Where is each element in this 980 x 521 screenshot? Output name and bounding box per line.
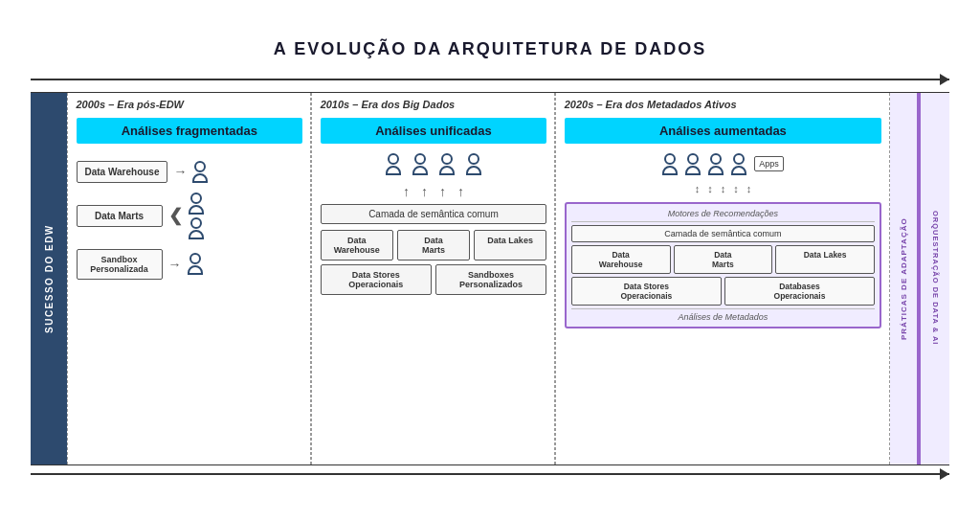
col3-arr2: ↕ bbox=[707, 183, 713, 194]
col2-arr3: ↑ bbox=[439, 185, 446, 198]
dw-arrow: → bbox=[173, 164, 187, 179]
bottom-timeline bbox=[31, 465, 949, 483]
main-content: SUCESSO DO EDW 2000s – Era pós-EDW Análi… bbox=[31, 92, 949, 465]
dm-person-1 bbox=[189, 193, 204, 215]
col2-arr2: ↑ bbox=[421, 185, 428, 198]
col3-dl-box: Data Lakes bbox=[775, 245, 875, 274]
left-label: SUCESSO DO EDW bbox=[31, 93, 67, 464]
col3-dso-box: Data StoresOperacionais bbox=[571, 277, 722, 306]
col3-header: 2020s – Era dos Metadados Ativos bbox=[565, 99, 881, 110]
col3-dw-box: DataWarehouse bbox=[571, 245, 671, 274]
col3-outer-box: Motores de Recomendações Camada de semân… bbox=[565, 202, 881, 328]
col2-dm-box: DataMarts bbox=[397, 230, 470, 260]
col3-arrows: ↕ ↕ ↕ ↕ ↕ bbox=[565, 183, 881, 194]
dw-box: Data Warehouse bbox=[77, 161, 168, 183]
sandbox-row: SandboxPersonalizada → bbox=[77, 249, 303, 280]
col3-person-3 bbox=[708, 153, 724, 175]
column-2000s: 2000s – Era pós-EDW Análises fragmentada… bbox=[69, 93, 312, 464]
col3-banner: Análises aumentadas bbox=[565, 118, 881, 144]
col3-dbo-box: DatabasesOperacionais bbox=[724, 277, 875, 306]
dm-person-2 bbox=[189, 217, 204, 239]
col1-items: Data Warehouse → Data Marts ❮ bbox=[77, 161, 303, 280]
col3-row1: DataWarehouse DataMarts Data Lakes bbox=[571, 245, 875, 274]
diagram-wrapper: A EVOLUÇÃO DA ARQUITETURA DE DADOS SUCES… bbox=[21, 30, 959, 492]
col3-arr4: ↕ bbox=[733, 183, 739, 194]
col3-semantic: Camada de semântica comum bbox=[571, 225, 875, 242]
right-labels-container: Práticas de adaptação Orquestração de Da… bbox=[890, 93, 949, 464]
col3-recommendations: Motores de Recomendações bbox=[571, 209, 875, 222]
col2-semantic-box: Camada de semântica comum bbox=[321, 204, 547, 224]
dm-fork-arrow: ❮ bbox=[168, 205, 183, 226]
col2-sbx-box: SandboxesPersonalizados bbox=[435, 264, 546, 295]
col3-person-1 bbox=[662, 153, 678, 175]
col2-header: 2010s – Era dos Big Dados bbox=[321, 99, 547, 110]
col3-persons-row: Apps bbox=[565, 153, 881, 175]
dm-box: Data Marts bbox=[77, 205, 163, 227]
col3-arr5: ↕ bbox=[746, 183, 752, 194]
col2-person-1 bbox=[386, 153, 401, 175]
column-2020s: 2020s – Era dos Metadados Ativos Análise… bbox=[557, 93, 890, 464]
col3-person-4 bbox=[731, 153, 746, 175]
sandbox-person bbox=[188, 253, 203, 275]
sandbox-box: SandboxPersonalizada bbox=[77, 249, 163, 280]
col2-dl-box: Data Lakes bbox=[474, 230, 546, 260]
col2-row1: DataWarehouse DataMarts Data Lakes bbox=[321, 230, 547, 260]
col3-metadata-label: Análises de Metadados bbox=[571, 308, 875, 322]
col2-banner: Análises unificadas bbox=[321, 118, 547, 144]
sandbox-arrow: → bbox=[168, 257, 182, 272]
column-2010s: 2010s – Era dos Big Dados Análises unifi… bbox=[313, 93, 556, 464]
col2-dso-box: Data StoresOperacionais bbox=[321, 264, 432, 295]
apps-badge: Apps bbox=[754, 156, 784, 171]
right-label-adaptacao: Práticas de adaptação bbox=[890, 93, 919, 464]
dm-row: Data Marts ❮ bbox=[77, 193, 303, 239]
timeline-arrow-right bbox=[940, 74, 949, 85]
col1-header: 2000s – Era pós-EDW bbox=[77, 99, 303, 110]
col3-row2: Data StoresOperacionais DatabasesOperaci… bbox=[571, 277, 875, 306]
dw-row: Data Warehouse → bbox=[77, 161, 303, 183]
col2-dw-box: DataWarehouse bbox=[321, 230, 393, 260]
col2-arrows: ↑ ↑ ↑ ↑ bbox=[321, 185, 547, 198]
col3-arr1: ↕ bbox=[695, 183, 701, 194]
bottom-timeline-arrow bbox=[940, 468, 949, 480]
col2-person-4 bbox=[466, 153, 481, 175]
col3-arr3: ↕ bbox=[721, 183, 726, 194]
col3-dm-box: DataMarts bbox=[674, 245, 773, 274]
col3-person-2 bbox=[685, 153, 701, 175]
col2-row2: Data StoresOperacionais SandboxesPersona… bbox=[321, 264, 547, 295]
dm-persons bbox=[189, 193, 204, 239]
top-timeline bbox=[31, 71, 949, 88]
col2-arr4: ↑ bbox=[457, 185, 464, 198]
col2-arr1: ↑ bbox=[403, 185, 410, 198]
col2-inner-grid: DataWarehouse DataMarts Data Lakes Data … bbox=[321, 230, 547, 295]
dw-person bbox=[192, 161, 208, 183]
right-label-orquestracao: Orquestração de Data & AI bbox=[919, 93, 949, 464]
col2-person-3 bbox=[439, 153, 455, 175]
page-title: A EVOLUÇÃO DA ARQUITETURA DE DADOS bbox=[31, 39, 949, 59]
col2-person-2 bbox=[412, 153, 428, 175]
col2-persons-row bbox=[321, 153, 547, 175]
col1-banner: Análises fragmentadas bbox=[77, 118, 303, 144]
